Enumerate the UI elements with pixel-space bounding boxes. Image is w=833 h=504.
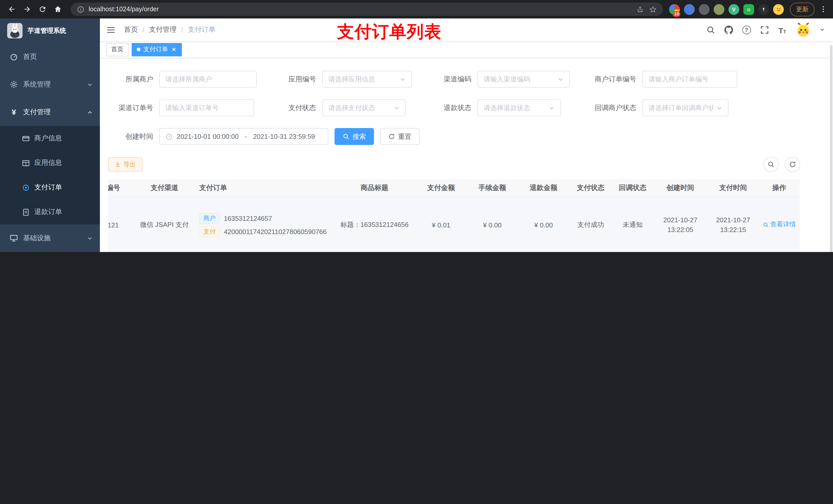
channel-order-no-input[interactable] [159,99,254,116]
pay-status-select[interactable]: 请选择支付状态 [322,99,406,116]
extension-olive-icon[interactable] [714,4,724,15]
tab-home[interactable]: 首页 [106,43,128,56]
close-icon[interactable] [171,47,177,52]
sidebar-item-app-info[interactable]: 应用信息 [0,150,100,175]
monitor-icon [10,234,18,242]
search-icon[interactable] [706,25,715,34]
url-bar[interactable]: localhost:1024/pay/order [71,3,663,16]
browser-update-button[interactable]: 更新 [790,2,814,16]
share-icon[interactable] [636,5,644,13]
chevron-down-icon [394,105,400,111]
extension-blue-icon[interactable] [684,4,695,15]
bookmark-star-icon[interactable] [649,5,657,13]
toggle-search-button[interactable] [763,157,779,172]
sidebar-item-merchant-info[interactable]: 商户信息 [0,126,100,150]
browser-forward-icon[interactable] [21,3,34,16]
breadcrumb: 首页 / 支付管理 / 支付订单 [124,25,215,34]
app-title: 芋道管理系统 [28,26,66,35]
export-button[interactable]: 导出 [108,157,142,172]
extension-emoji-icon[interactable] [773,4,784,15]
logo-avatar [7,23,23,39]
refund-status-select[interactable]: 请选择退款状态 [477,99,561,116]
channel-code-select[interactable]: 请输入渠道编码 [477,71,570,88]
filter-row-1: 所属商户 应用编号 请选择应用信息 渠道编码 请输入渠道编码 [108,71,800,88]
merchant-order-no-label: 商户订单编号 [586,74,642,84]
active-dot [137,48,140,51]
breadcrumb-separator: / [181,26,184,33]
main-area: 首页 / 支付管理 / 支付订单 支付订单列表 ? [100,19,833,252]
breadcrumb-payment[interactable]: 支付管理 [149,25,177,34]
page-scrollbar[interactable] [830,45,832,252]
app-navbar: 首页 / 支付管理 / 支付订单 支付订单列表 ? [100,19,833,41]
sidebar-item-refund-order[interactable]: 退款订单 [0,200,100,224]
user-avatar[interactable] [795,22,811,38]
extension-pin-icon[interactable] [758,4,769,15]
download-icon [115,161,121,167]
list-toolbar: 导出 [108,157,800,172]
chevron-down-icon [400,76,406,82]
browser-reload-icon[interactable] [36,3,49,16]
yen-icon: ¥ [10,108,18,116]
caret-down-icon[interactable] [820,27,825,32]
pay-tag: 支付 [199,226,220,237]
orders-table: 编号 支付渠道 支付订单 商品标题 支付金额 手续金额 退款金额 支付状态 回调… [108,179,800,252]
sidebar-item-system[interactable]: 系统管理 [0,71,100,98]
search-icon [763,222,769,228]
sidebar-item-infra[interactable]: 基础设施 [0,224,100,252]
range-start: 2021-10-01 00:00:00 [177,133,238,140]
browser-home-icon[interactable] [51,3,65,16]
merchant-tag: 商户 [199,213,220,223]
url-text[interactable]: localhost:1024/pay/order [89,6,631,13]
channel-code-label: 渠道编码 [428,74,477,84]
refresh-table-button[interactable] [785,157,800,172]
search-icon [767,161,775,168]
breadcrumb-home[interactable]: 首页 [124,25,138,34]
sidebar-item-home[interactable]: 首页 [0,43,100,71]
create-time-label: 创建时间 [108,132,159,141]
create-time-range-picker[interactable]: 2021-10-01 00:00:00 - 2021-10-31 23:59:5… [159,128,328,145]
table-header-row: 编号 支付渠道 支付订单 商品标题 支付金额 手续金额 退款金额 支付状态 回调… [108,179,800,197]
font-size-icon[interactable]: TT [778,25,787,34]
channel-order-no-label: 渠道订单号 [108,103,159,113]
app-logo[interactable]: 芋道管理系统 [0,19,100,43]
sidebar-item-payment[interactable]: ¥ 支付管理 [0,98,100,126]
chevron-up-icon [87,110,93,115]
document-icon [22,208,30,216]
fullscreen-icon[interactable] [760,25,769,34]
sidebar: 芋道管理系统 首页 系 [0,19,100,252]
github-icon[interactable] [724,25,733,34]
extension-colorful-icon[interactable]: 10 [669,4,680,15]
screen: localhost:1024/pay/order 10 V 更新 [0,0,833,252]
chevron-down-icon [557,76,564,82]
extension-vue-icon[interactable]: V [729,4,739,15]
help-icon[interactable]: ? [742,25,751,34]
site-info-icon[interactable] [77,5,85,13]
hamburger-icon[interactable] [105,24,116,35]
orders-table-container[interactable]: 编号 支付渠道 支付订单 商品标题 支付金额 手续金额 退款金额 支付状态 回调… [108,179,800,252]
tab-pay-order[interactable]: 支付订单 [132,43,182,56]
range-end: 2021-10-31 23:59:59 [253,133,315,140]
browser-menu-icon[interactable] [819,5,828,14]
range-separator: - [245,133,247,140]
chevron-down-icon [87,235,93,241]
search-button[interactable]: 搜索 [335,128,374,145]
search-icon [343,133,349,140]
annotation-title: 支付订单列表 [337,21,442,44]
view-detail-link[interactable]: 查看详情 [763,220,796,229]
extension-badge: 10 [673,11,681,17]
breadcrumb-separator: / [142,26,144,33]
breadcrumb-current: 支付订单 [188,25,215,34]
merchant-order-no-input[interactable] [642,71,737,88]
reset-button[interactable]: 重置 [380,128,420,145]
app-filter-label: 应用编号 [273,74,322,84]
callback-status-label: 回调商户状态 [586,103,642,113]
callback-status-select[interactable]: 请选择订单回调商户状态 [642,99,729,116]
merchant-filter-input[interactable] [159,71,257,88]
sidebar-item-pay-order[interactable]: 支付订单 [0,175,100,200]
extension-wechat-icon[interactable] [743,4,754,15]
extension-gray-icon[interactable] [699,4,710,15]
app-filter-select[interactable]: 请选择应用信息 [322,71,412,88]
dashboard-icon [10,53,18,61]
browser-back-icon[interactable] [5,3,19,16]
gear-icon [10,80,18,89]
